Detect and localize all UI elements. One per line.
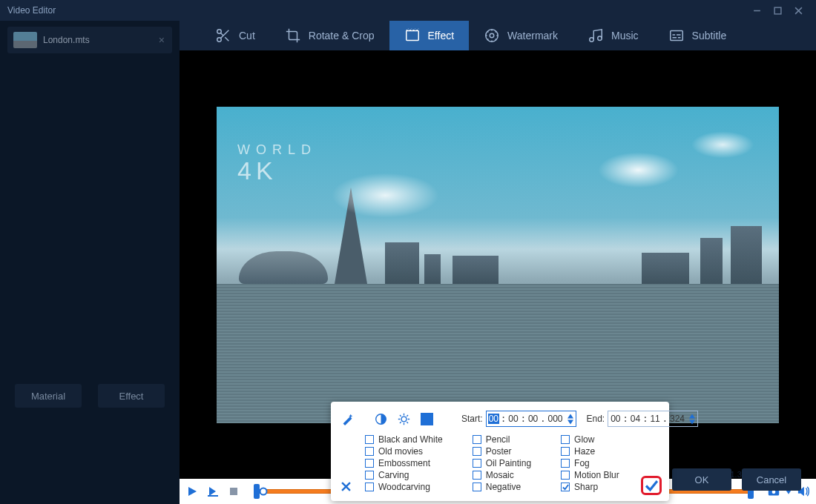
playhead[interactable] xyxy=(260,488,268,496)
watermark-icon xyxy=(484,27,500,44)
end-time-spinner[interactable] xyxy=(688,413,696,425)
editor-tabs: Cut Rotate & Crop Effect Watermark Music… xyxy=(180,21,816,50)
checkbox-icon xyxy=(365,447,374,456)
clip-filename: London.mts xyxy=(43,35,90,45)
checkbox-icon xyxy=(365,435,374,444)
svg-point-10 xyxy=(772,490,776,494)
maximize-button[interactable] xyxy=(767,0,788,21)
checkbox-icon xyxy=(473,459,481,468)
checkbox-icon xyxy=(473,471,481,480)
filter-label: Mosaic xyxy=(486,470,514,480)
popup-apply-button[interactable] xyxy=(641,476,662,495)
stop-button[interactable] xyxy=(226,483,242,500)
magic-wand-icon[interactable] xyxy=(341,411,354,427)
filter-checkbox[interactable]: Oil Painting xyxy=(473,458,531,468)
remove-clip-button[interactable]: × xyxy=(159,34,165,46)
checkbox-icon xyxy=(561,483,570,491)
ok-button[interactable]: OK xyxy=(672,468,731,491)
start-time-field: Start: 00:00:00.000 xyxy=(461,411,576,427)
filter-checkbox[interactable]: Woodcarving xyxy=(365,482,443,492)
clip-thumbnail xyxy=(13,32,37,48)
svg-rect-14 xyxy=(421,413,433,425)
svg-point-1 xyxy=(217,30,222,34)
filter-checkbox[interactable]: Negative xyxy=(473,482,531,492)
tab-subtitle[interactable]: Subtitle xyxy=(654,21,742,50)
play-range-button[interactable] xyxy=(205,483,221,500)
scissors-icon xyxy=(215,27,231,44)
svg-rect-8 xyxy=(670,31,682,41)
subtitle-icon xyxy=(668,27,685,44)
filter-label: Sharp xyxy=(574,482,598,492)
filter-checkbox[interactable]: Fog xyxy=(561,458,619,468)
start-time-input[interactable]: 00:00:00.000 xyxy=(486,411,576,427)
tab-music[interactable]: Music xyxy=(573,21,654,50)
crop-icon xyxy=(285,27,301,44)
preview-image: WORLD 4K xyxy=(217,107,779,423)
filter-checkbox[interactable]: Pencil xyxy=(473,434,531,445)
svg-point-7 xyxy=(598,36,602,40)
tab-cut[interactable]: Cut xyxy=(200,21,270,50)
checkbox-icon xyxy=(561,459,570,468)
end-time-field: End: 00:04:11.324 xyxy=(587,411,699,427)
sidebar-tab-effect[interactable]: Effect xyxy=(98,384,165,408)
filter-checkbox[interactable]: Poster xyxy=(473,446,531,457)
cancel-button[interactable]: Cancel xyxy=(742,468,801,491)
checkbox-icon xyxy=(561,447,570,456)
filter-label: Fog xyxy=(574,458,590,468)
sidebar: London.mts × Material Effect xyxy=(0,21,180,504)
filter-checkbox[interactable]: Glow xyxy=(561,434,619,445)
filter-label: Black and White xyxy=(378,434,443,445)
contrast-icon[interactable] xyxy=(375,411,387,427)
checkbox-icon xyxy=(473,435,481,444)
preview-watermark: WORLD 4K xyxy=(237,142,317,182)
tab-watermark[interactable]: Watermark xyxy=(469,21,573,50)
filter-checkbox[interactable]: Old movies xyxy=(365,446,443,457)
filter-checkbox[interactable]: Mosaic xyxy=(473,470,531,480)
titlebar: Video Editor xyxy=(0,0,816,21)
play-button[interactable] xyxy=(184,483,200,500)
end-time-input[interactable]: 00:04:11.324 xyxy=(608,411,698,427)
clip-chip[interactable]: London.mts × xyxy=(7,27,172,53)
filter-checkbox[interactable]: Embossment xyxy=(365,458,443,468)
color-tile-icon[interactable] xyxy=(421,411,433,427)
brightness-icon[interactable] xyxy=(398,411,410,427)
svg-rect-3 xyxy=(406,31,418,41)
close-window-button[interactable] xyxy=(788,0,809,21)
checkbox-icon xyxy=(365,483,374,491)
checkbox-icon xyxy=(561,435,570,444)
svg-point-13 xyxy=(401,417,407,422)
minimize-button[interactable] xyxy=(746,0,767,21)
checkbox-icon xyxy=(561,471,570,480)
filter-checkbox[interactable]: Haze xyxy=(561,446,619,457)
filter-label: Poster xyxy=(486,446,512,457)
svg-point-2 xyxy=(217,38,222,42)
filter-checkbox[interactable]: Black and White xyxy=(365,434,443,445)
tab-effect[interactable]: Effect xyxy=(389,21,470,50)
popup-close-button[interactable] xyxy=(341,482,351,494)
effect-filter-popup: Start: 00:00:00.000 End: 00:04:11.324 Bl… xyxy=(331,402,669,501)
start-time-spinner[interactable] xyxy=(567,413,574,425)
filter-checkbox[interactable]: Motion Blur xyxy=(561,470,619,480)
filter-label: Old movies xyxy=(378,446,423,457)
filter-label: Negative xyxy=(486,482,521,492)
filter-label: Motion Blur xyxy=(574,470,619,480)
checkbox-icon xyxy=(365,471,374,480)
tab-rotate-crop[interactable]: Rotate & Crop xyxy=(270,21,389,50)
music-icon xyxy=(588,27,604,44)
filter-checkbox[interactable]: Carving xyxy=(365,470,443,480)
svg-point-5 xyxy=(490,33,494,38)
filter-label: Haze xyxy=(574,446,595,457)
sidebar-tab-material[interactable]: Material xyxy=(15,384,82,408)
filter-label: Woodcarving xyxy=(378,482,430,492)
window-title: Video Editor xyxy=(7,5,56,16)
checkbox-icon xyxy=(473,483,481,491)
filter-label: Glow xyxy=(574,434,594,445)
filter-checkbox[interactable]: Sharp xyxy=(561,482,619,492)
svg-rect-0 xyxy=(774,7,781,14)
checkbox-icon xyxy=(365,459,374,468)
filter-label: Pencil xyxy=(486,434,510,445)
filter-label: Embossment xyxy=(378,458,430,468)
filter-label: Carving xyxy=(378,470,409,480)
filter-list: Black and WhiteOld moviesEmbossmentCarvi… xyxy=(365,434,659,492)
effect-icon xyxy=(404,27,421,44)
